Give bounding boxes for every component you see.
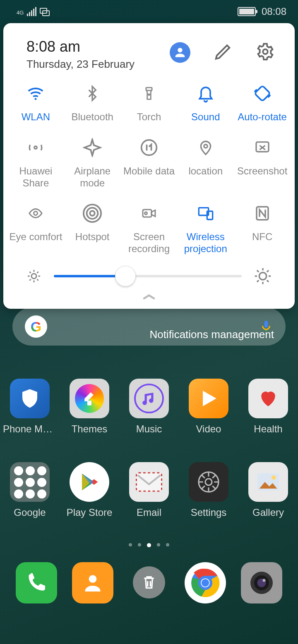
app-health[interactable]: Health: [238, 379, 298, 435]
camera-icon: [241, 562, 282, 603]
svg-point-9: [204, 144, 207, 148]
network-type: 4G: [17, 10, 24, 15]
tile-sound[interactable]: Sound: [177, 83, 234, 123]
bluetooth-icon: [82, 83, 103, 104]
location-icon: [195, 137, 216, 158]
airplane-icon: [82, 137, 103, 158]
brightness-slider[interactable]: [54, 275, 242, 277]
app-themes[interactable]: Themes: [60, 379, 119, 435]
play-icon: [189, 379, 228, 418]
screenshot-icon: [252, 137, 273, 158]
edit-icon[interactable]: [214, 42, 233, 63]
rotate-icon: [252, 83, 273, 104]
home-row-2: Google Play Store Email Settings Gallery: [0, 462, 298, 518]
app-label: Health: [254, 423, 282, 435]
notifications-management-label[interactable]: Notifications management: [12, 321, 286, 348]
dock-camera[interactable]: [233, 562, 290, 603]
tile-label: WLAN: [22, 111, 50, 123]
contact-icon: [72, 562, 113, 603]
svg-point-16: [144, 212, 147, 215]
settings-gear-icon[interactable]: [256, 42, 275, 63]
wifi-icon: [25, 83, 46, 104]
tile-nfc[interactable]: NFC: [234, 203, 291, 255]
shield-icon: [10, 379, 50, 418]
dock: [0, 562, 298, 603]
tile-grid: WLAN Bluetooth Torch Sound Auto-rotate H…: [3, 71, 295, 255]
brightness-low-icon: [26, 269, 41, 284]
envelope-icon: [129, 462, 169, 502]
music-icon: [129, 379, 169, 418]
tile-label: Huawei Share: [7, 165, 64, 189]
panel-header: 8:08 am Thursday, 23 February: [3, 38, 295, 71]
svg-rect-4: [146, 88, 152, 91]
play-store-icon: [70, 462, 109, 502]
tile-label: Eye comfort: [9, 231, 62, 243]
tile-location[interactable]: location: [177, 137, 234, 189]
data-icon: [139, 137, 159, 158]
app-folder-google[interactable]: Google: [0, 462, 60, 518]
tile-label: Wireless projection: [177, 231, 234, 255]
tile-eye-comfort[interactable]: Eye comfort: [7, 203, 64, 255]
share-icon: [25, 137, 46, 158]
eye-icon: [25, 203, 46, 224]
app-label: Play Store: [67, 507, 113, 518]
app-video[interactable]: Video: [179, 379, 238, 435]
app-play-store[interactable]: Play Store: [60, 462, 119, 518]
app-label: Gallery: [252, 507, 284, 518]
dock-contacts[interactable]: [65, 562, 121, 603]
tile-airplane[interactable]: Airplane mode: [64, 137, 121, 189]
status-left: 4G: [17, 7, 50, 16]
app-email[interactable]: Email: [119, 462, 179, 518]
home-row-1: Phone Man.. Themes Music Video Health: [0, 379, 298, 435]
tile-bluetooth[interactable]: Bluetooth: [64, 83, 121, 123]
app-label: Settings: [191, 507, 227, 518]
tile-label: Bluetooth: [71, 111, 113, 123]
status-time: 08:08: [262, 6, 286, 17]
profile-avatar-icon[interactable]: [170, 42, 190, 63]
tile-label: Sound: [191, 111, 220, 123]
app-gallery[interactable]: Gallery: [238, 462, 298, 518]
svg-point-5: [149, 94, 150, 95]
brightness-thumb[interactable]: [115, 266, 136, 286]
trash-icon: [133, 566, 165, 599]
app-phone-manager[interactable]: Phone Man..: [0, 379, 60, 435]
svg-point-21: [259, 272, 267, 280]
svg-point-27: [272, 475, 276, 480]
tile-mobile-data[interactable]: Mobile data: [121, 137, 178, 189]
tile-label: Mobile data: [123, 165, 175, 177]
app-label: Video: [196, 423, 221, 435]
dock-trash[interactable]: [121, 562, 177, 603]
brightness-high-icon: [254, 267, 272, 285]
svg-point-28: [89, 575, 97, 583]
tile-auto-rotate[interactable]: Auto-rotate: [234, 83, 291, 123]
svg-point-8: [142, 140, 157, 155]
tile-wlan[interactable]: WLAN: [7, 83, 64, 123]
tile-label: Torch: [137, 111, 161, 123]
brush-icon: [70, 379, 109, 418]
page-indicator: [0, 543, 298, 547]
app-label: Google: [14, 507, 46, 518]
expand-chevron-icon[interactable]: [3, 285, 295, 303]
dock-chrome[interactable]: [177, 562, 233, 603]
tile-label: Screen recording: [121, 231, 178, 255]
tile-label: location: [188, 165, 223, 177]
gallery-icon: [248, 462, 288, 502]
brightness-slider-row: [3, 255, 295, 285]
svg-point-2: [263, 49, 268, 54]
tile-screenshot[interactable]: Screenshot: [234, 137, 291, 189]
tile-wireless-projection[interactable]: Wireless projection: [177, 203, 234, 255]
camcorder-icon: [139, 203, 159, 224]
tile-huawei-share[interactable]: Huawei Share: [7, 137, 64, 189]
nfc-icon: [252, 203, 273, 224]
dock-phone[interactable]: [8, 562, 65, 603]
app-music[interactable]: Music: [119, 379, 179, 435]
tile-hotspot[interactable]: Hotspot: [64, 203, 121, 255]
tile-label: Hotspot: [75, 231, 110, 243]
tile-label: Screenshot: [237, 165, 287, 177]
app-settings[interactable]: Settings: [179, 462, 238, 518]
folder-icon: [10, 462, 50, 502]
svg-point-20: [31, 274, 36, 279]
tile-torch[interactable]: Torch: [121, 83, 178, 123]
tile-screen-recording[interactable]: Screen recording: [121, 203, 178, 255]
signal-bars-icon: [27, 7, 36, 16]
